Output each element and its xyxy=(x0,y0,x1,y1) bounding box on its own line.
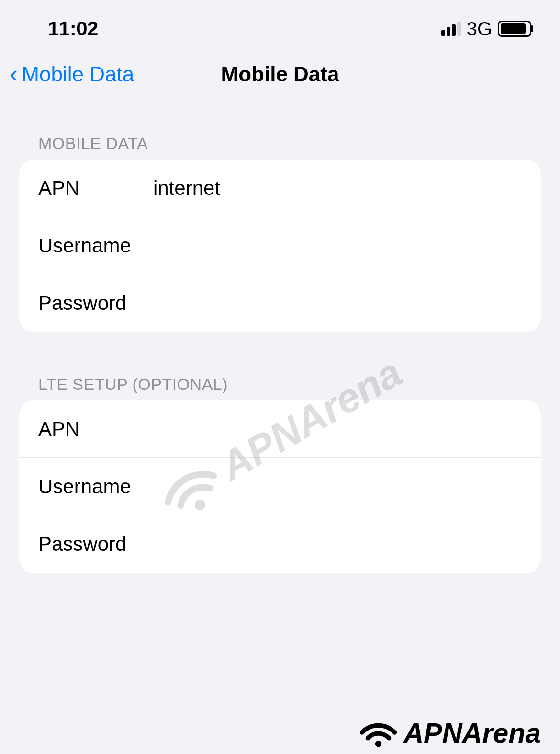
row-lte-username[interactable]: Username xyxy=(19,458,541,515)
battery-icon xyxy=(498,21,531,37)
page-title: Mobile Data xyxy=(221,62,339,86)
lte-apn-label: APN xyxy=(38,418,153,441)
lte-username-input[interactable] xyxy=(153,475,522,498)
row-lte-apn[interactable]: APN xyxy=(19,400,541,458)
section-header-lte: LTE Setup (Optional) xyxy=(19,375,541,400)
group-mobile-data: APN Username Password xyxy=(19,160,541,332)
back-button[interactable]: ‹ Mobile Data xyxy=(10,62,134,86)
row-lte-password[interactable]: Password xyxy=(19,515,541,573)
group-lte: APN Username Password xyxy=(19,400,541,573)
row-username[interactable]: Username xyxy=(19,217,541,274)
content: Mobile Data APN Username Password LTE Se… xyxy=(0,91,560,573)
password-label: Password xyxy=(38,292,153,315)
section-header-mobile-data: Mobile Data xyxy=(19,134,541,160)
lte-password-input[interactable] xyxy=(153,533,522,556)
password-input[interactable] xyxy=(153,292,522,315)
apn-input[interactable] xyxy=(153,177,522,200)
apn-label: APN xyxy=(38,177,153,200)
lte-apn-input[interactable] xyxy=(153,418,522,441)
lte-password-label: Password xyxy=(38,533,153,556)
status-time: 11:02 xyxy=(48,17,98,40)
network-type: 3G xyxy=(467,18,492,40)
row-apn[interactable]: APN xyxy=(19,160,541,217)
row-password[interactable]: Password xyxy=(19,274,541,332)
signal-icon xyxy=(441,22,461,36)
navigation-bar: ‹ Mobile Data Mobile Data xyxy=(0,48,560,91)
status-bar: 11:02 3G xyxy=(0,0,560,48)
back-label: Mobile Data xyxy=(22,62,134,86)
wifi-icon xyxy=(358,716,399,749)
username-label: Username xyxy=(38,234,153,257)
username-input[interactable] xyxy=(153,234,522,257)
chevron-back-icon: ‹ xyxy=(10,64,18,84)
watermark-text: APNArena xyxy=(403,717,541,749)
svg-point-1 xyxy=(375,741,382,747)
lte-username-label: Username xyxy=(38,475,153,498)
status-indicators: 3G xyxy=(441,18,531,40)
watermark-bottom: APNArena xyxy=(358,716,541,749)
